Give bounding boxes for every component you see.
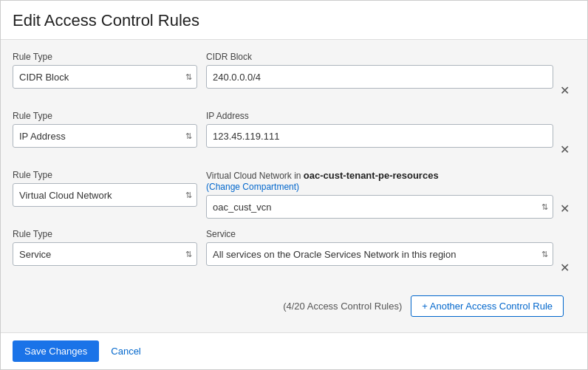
rule-type-select-wrapper-2[interactable]: CIDR Block IP Address Virtual Cloud Netw… [13, 124, 197, 148]
save-button[interactable]: Save Changes [13, 340, 99, 362]
cidr-input-1[interactable] [206, 65, 553, 89]
close-col-3: ✕ [553, 170, 575, 220]
rule-type-select-wrapper-4[interactable]: CIDR Block IP Address Virtual Cloud Netw… [13, 242, 197, 266]
rule-right-row-4: Service All services on the Oracle Servi… [206, 229, 575, 279]
rule-type-select-wrapper-3[interactable]: CIDR Block IP Address Virtual Cloud Netw… [13, 183, 197, 207]
vcn-prefix-label: Virtual Cloud Network in [206, 171, 304, 181]
rule-right-1: CIDR Block ✕ [206, 52, 575, 102]
access-count: (4/20 Access Control Rules) [283, 301, 402, 312]
rule-row-4: Rule Type CIDR Block IP Address Virtual … [13, 229, 575, 279]
rule-right-row-3: Virtual Cloud Network in oac-cust-tenant… [206, 170, 575, 220]
rule-type-select-3[interactable]: CIDR Block IP Address Virtual Cloud Netw… [13, 183, 197, 207]
close-col-1: ✕ [553, 52, 575, 102]
rule-type-label-2: Rule Type [13, 111, 197, 121]
rule-type-select-1[interactable]: CIDR Block IP Address Virtual Cloud Netw… [13, 65, 197, 89]
vcn-select[interactable]: oac_cust_vcn [206, 195, 553, 219]
rule-right-row-2: IP Address ✕ [206, 111, 575, 161]
ip-input-2[interactable] [206, 124, 553, 148]
cidr-label-1: CIDR Block [206, 52, 553, 62]
ip-label-2: IP Address [206, 111, 553, 121]
dialog-footer: Save Changes Cancel [1, 332, 587, 369]
rule-type-select-wrapper-1[interactable]: CIDR Block IP Address Virtual Cloud Netw… [13, 65, 197, 89]
service-label-4: Service [206, 229, 553, 239]
rule-row-2: Rule Type CIDR Block IP Address Virtual … [13, 111, 575, 161]
service-select-wrapper[interactable]: All services on the Oracle Services Netw… [206, 242, 553, 266]
remove-rule-2-button[interactable]: ✕ [555, 137, 573, 161]
service-select[interactable]: All services on the Oracle Services Netw… [206, 242, 553, 266]
footer-actions: (4/20 Access Control Rules) + Another Ac… [13, 288, 575, 324]
rule-right-input-area-4: Service All services on the Oracle Servi… [206, 229, 553, 266]
remove-rule-3-button[interactable]: ✕ [555, 196, 573, 220]
rule-type-select-2[interactable]: CIDR Block IP Address Virtual Cloud Netw… [13, 124, 197, 148]
dialog: Edit Access Control Rules Rule Type CIDR… [0, 0, 588, 370]
rule-row-1: Rule Type CIDR Block IP Address Virtual … [13, 52, 575, 102]
vcn-select-wrapper[interactable]: oac_cust_vcn [206, 195, 553, 219]
vcn-tenant-label: oac-cust-tenant-pe-resources [304, 170, 439, 181]
rule-type-select-4[interactable]: CIDR Block IP Address Virtual Cloud Netw… [13, 242, 197, 266]
rule-right-2: IP Address ✕ [206, 111, 575, 161]
dialog-header: Edit Access Control Rules [1, 1, 587, 40]
rule-right-4: Service All services on the Oracle Servi… [206, 229, 575, 279]
close-col-4: ✕ [553, 229, 575, 279]
rule-left-1: Rule Type CIDR Block IP Address Virtual … [13, 52, 197, 89]
rule-left-3: Rule Type CIDR Block IP Address Virtual … [13, 170, 197, 207]
vcn-label-area: Virtual Cloud Network in oac-cust-tenant… [206, 170, 553, 192]
rule-row-3: Rule Type CIDR Block IP Address Virtual … [13, 170, 575, 220]
rule-right-input-area-1: CIDR Block [206, 52, 553, 89]
remove-rule-1-button[interactable]: ✕ [555, 78, 573, 102]
rule-type-label-1: Rule Type [13, 52, 197, 62]
rule-right-input-area-3: Virtual Cloud Network in oac-cust-tenant… [206, 170, 553, 219]
remove-rule-4-button[interactable]: ✕ [555, 256, 573, 279]
add-rule-button[interactable]: + Another Access Control Rule [411, 295, 564, 317]
rule-type-label-4: Rule Type [13, 229, 197, 239]
change-compartment-link[interactable]: (Change Compartment) [206, 182, 299, 192]
rule-right-3: Virtual Cloud Network in oac-cust-tenant… [206, 170, 575, 220]
rule-left-4: Rule Type CIDR Block IP Address Virtual … [13, 229, 197, 266]
close-col-2: ✕ [553, 111, 575, 161]
dialog-body: Rule Type CIDR Block IP Address Virtual … [1, 40, 587, 332]
cancel-button[interactable]: Cancel [111, 346, 140, 357]
rule-type-label-3: Rule Type [13, 170, 197, 180]
rule-left-2: Rule Type CIDR Block IP Address Virtual … [13, 111, 197, 148]
rule-right-input-area-2: IP Address [206, 111, 553, 148]
rule-right-row-1: CIDR Block ✕ [206, 52, 575, 102]
page-title: Edit Access Control Rules [13, 11, 575, 30]
